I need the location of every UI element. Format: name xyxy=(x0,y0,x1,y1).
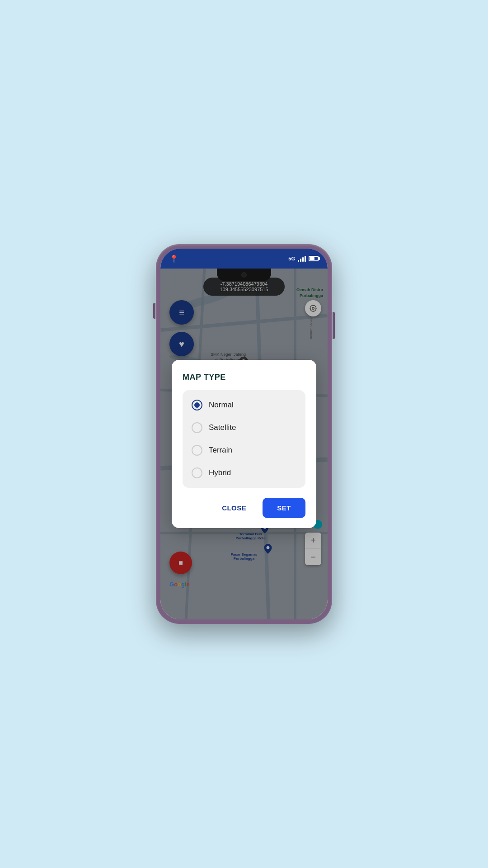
radio-item-satellite[interactable]: Satellite xyxy=(188,416,300,439)
signal-bar-1 xyxy=(298,260,299,262)
radio-item-terrain[interactable]: Terrain xyxy=(188,439,300,462)
set-button[interactable]: SET xyxy=(263,498,305,518)
location-status-icon: 📍 xyxy=(169,255,178,263)
radio-item-normal[interactable]: Normal xyxy=(188,394,300,416)
radio-circle-hybrid xyxy=(192,467,202,478)
battery-icon xyxy=(309,256,319,261)
signal-bar-4 xyxy=(305,256,306,262)
radio-label-normal: Normal xyxy=(209,401,234,410)
signal-bars xyxy=(298,255,306,262)
status-left: 📍 xyxy=(169,255,178,263)
radio-inner-normal xyxy=(194,402,200,408)
radio-circle-satellite xyxy=(192,422,202,433)
radio-label-terrain: Terrain xyxy=(209,446,232,455)
dialog-overlay: MAP TYPE Normal Satellite xyxy=(160,269,328,619)
radio-label-hybrid: Hybrid xyxy=(209,468,231,477)
battery-fill xyxy=(310,257,314,260)
status-right: 5G xyxy=(288,255,319,262)
radio-circle-terrain xyxy=(192,445,202,456)
status-bar: 📍 5G xyxy=(160,249,328,269)
dialog-title: MAP TYPE xyxy=(183,373,305,382)
map-type-radio-group: Normal Satellite Terrain xyxy=(183,390,305,488)
signal-bar-3 xyxy=(302,257,304,262)
radio-label-satellite: Satellite xyxy=(209,423,236,432)
phone-frame: 📍 5G xyxy=(156,244,332,624)
radio-item-hybrid[interactable]: Hybrid xyxy=(188,462,300,484)
map-type-dialog: MAP TYPE Normal Satellite xyxy=(172,360,316,528)
signal-5g-badge: 5G xyxy=(288,256,295,261)
close-button[interactable]: CLOSE xyxy=(211,498,257,518)
signal-bar-2 xyxy=(300,259,301,262)
map-background: Oemah Distro Purbalingga SMK Negeri Jate… xyxy=(160,269,328,619)
radio-circle-normal xyxy=(192,400,202,410)
dialog-buttons: CLOSE SET xyxy=(183,498,305,518)
phone-screen: 📍 5G xyxy=(160,249,328,619)
